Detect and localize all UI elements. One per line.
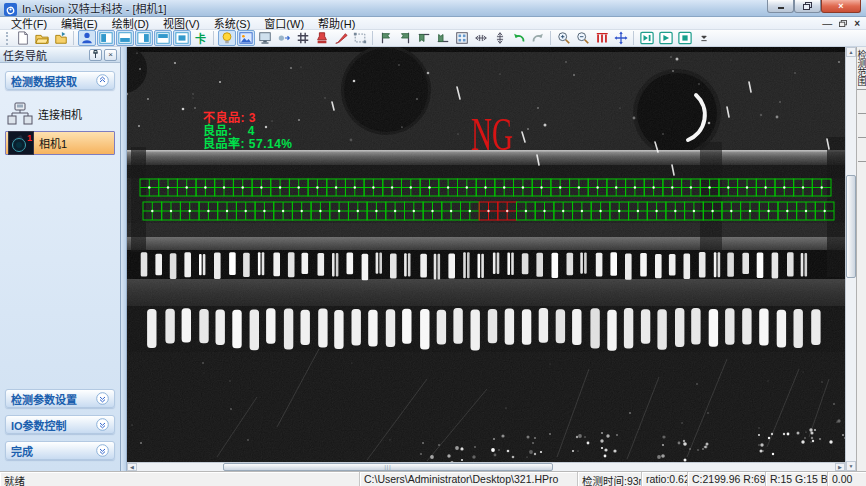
menu-0[interactable]: 文件(F) bbox=[4, 18, 54, 30]
app-window: In-Vision 汉特士科技 - [相机1] × 文件(F)编辑(E)绘制(D… bbox=[0, 0, 866, 486]
status-cell-2: 检测时间:93ms bbox=[578, 472, 642, 486]
camera-image-viewport[interactable]: 不良品: 3良品: 4良品率: 57.14% NG bbox=[127, 47, 845, 462]
group-detect-data[interactable]: 检测数据获取 bbox=[5, 71, 115, 90]
window-view-5-icon[interactable] bbox=[173, 30, 191, 46]
undo-icon[interactable] bbox=[510, 30, 528, 46]
overlay-stat-line: 良品率: 57.14% bbox=[203, 138, 293, 151]
open-folder-icon[interactable] bbox=[33, 30, 51, 46]
window-view-1-icon[interactable] bbox=[97, 30, 115, 46]
redo-icon[interactable] bbox=[529, 30, 547, 46]
inspection-stats-overlay: 不良品: 3良品: 4良品率: 57.14% bbox=[203, 112, 293, 151]
restore-button[interactable] bbox=[794, 0, 821, 13]
image-view-icon[interactable] bbox=[237, 30, 255, 46]
menu-1[interactable]: 编辑(E) bbox=[54, 18, 105, 30]
mdi-minimize-button[interactable]: — bbox=[822, 19, 832, 29]
align-flag-left-icon[interactable] bbox=[377, 30, 395, 46]
chevron-up-icon[interactable] bbox=[96, 74, 109, 87]
task-navigator-title: 任务导航 bbox=[3, 47, 87, 63]
brush-icon[interactable] bbox=[332, 30, 350, 46]
send-image-icon[interactable] bbox=[275, 30, 293, 46]
tab-blank[interactable] bbox=[858, 114, 866, 138]
status-cell-5: R:15 G:15 B:15 bbox=[766, 472, 828, 486]
sidebar-item-label: 连接相机 bbox=[38, 106, 82, 122]
window-view-2-icon[interactable] bbox=[116, 30, 134, 46]
mdi-close-button[interactable]: × bbox=[854, 19, 860, 29]
stamp-icon[interactable] bbox=[313, 30, 331, 46]
menu-3[interactable]: 视图(V) bbox=[156, 18, 207, 30]
scroll-down-icon[interactable]: ▼ bbox=[846, 461, 856, 471]
pan-move-icon[interactable] bbox=[612, 30, 630, 46]
spread-vertical-icon[interactable] bbox=[491, 30, 509, 46]
mdi-restore-button[interactable] bbox=[839, 19, 847, 29]
sidebar-item-connect-camera[interactable]: 连接相机 bbox=[5, 100, 115, 128]
vertical-scrollbar[interactable]: ▲ ▼ bbox=[845, 47, 856, 471]
run-stop-icon[interactable] bbox=[676, 30, 694, 46]
menu-4[interactable]: 系统(S) bbox=[207, 18, 258, 30]
status-cell-6: 0.00 bbox=[828, 472, 866, 486]
sidebar-item-label: 相机1 bbox=[39, 135, 67, 151]
connect-person-icon[interactable] bbox=[78, 30, 96, 46]
menu-5[interactable]: 窗口(W) bbox=[257, 18, 311, 30]
zoom-out-icon[interactable] bbox=[574, 30, 592, 46]
svg-text:1: 1 bbox=[27, 133, 32, 143]
column-measure-icon[interactable] bbox=[593, 30, 611, 46]
toolbar: 卡 bbox=[0, 30, 866, 47]
window-view-3-icon[interactable] bbox=[135, 30, 153, 46]
chevron-down-icon[interactable] bbox=[96, 418, 109, 431]
sidebar-panel-2[interactable]: 完成 bbox=[5, 441, 115, 460]
window-view-4-icon[interactable] bbox=[154, 30, 172, 46]
scroll-up-icon[interactable]: ▲ bbox=[846, 47, 856, 57]
menu-6[interactable]: 帮助(H) bbox=[311, 18, 362, 30]
run-continuous-icon[interactable] bbox=[657, 30, 675, 46]
run-step-icon[interactable] bbox=[638, 30, 656, 46]
monitor-icon[interactable] bbox=[256, 30, 274, 46]
connect-camera-icon bbox=[7, 102, 33, 126]
chevron-down-icon[interactable] bbox=[96, 444, 109, 457]
tab-blank[interactable] bbox=[858, 138, 866, 162]
pin-icon[interactable] bbox=[89, 49, 102, 61]
app-logo-icon bbox=[4, 2, 17, 15]
sidebar-panel-1[interactable]: IO参数控制 bbox=[5, 415, 115, 434]
pixel-grid-icon[interactable] bbox=[294, 30, 312, 46]
tab-blank[interactable] bbox=[858, 90, 866, 114]
menu-bar: 文件(F)编辑(E)绘制(D)视图(V)系统(S)窗口(W)帮助(H) — × bbox=[0, 17, 866, 30]
status-cell-4: C:2199.96 R:697.32 bbox=[688, 472, 766, 486]
ng-result-label: NG bbox=[471, 111, 513, 158]
scroll-right-icon[interactable]: ▶ bbox=[835, 463, 845, 471]
scroll-left-icon[interactable]: ◀ bbox=[127, 463, 137, 471]
camera-icon: 1 bbox=[8, 131, 34, 155]
vertical-scroll-thumb[interactable] bbox=[846, 175, 856, 278]
new-file-icon[interactable] bbox=[14, 30, 32, 46]
align-flag-right-icon[interactable] bbox=[396, 30, 414, 46]
status-cell-3: ratio:0.6296 bbox=[642, 472, 688, 486]
region-frame-icon[interactable] bbox=[351, 30, 369, 46]
minimize-button[interactable] bbox=[767, 0, 794, 13]
task-navigator-panel: 任务导航 × 检测数据获取 连接相机1相机1 检测参数设置IO参数控制完成 bbox=[0, 47, 121, 471]
panel-close-icon[interactable]: × bbox=[104, 49, 117, 61]
right-tab-strip: 检测范围 bbox=[856, 47, 866, 471]
tab-detect-range[interactable]: 检测范围 bbox=[857, 47, 866, 90]
folder-history-icon[interactable] bbox=[52, 30, 70, 46]
status-cell-1: C:\Users\Administrator\Desktop\321.HPro bbox=[360, 472, 578, 486]
menu-2[interactable]: 绘制(D) bbox=[105, 18, 156, 30]
zoom-in-icon[interactable] bbox=[555, 30, 573, 46]
sidebar-panel-0[interactable]: 检测参数设置 bbox=[5, 389, 115, 408]
horizontal-scroll-thumb[interactable]: ||| bbox=[223, 463, 553, 471]
align-flag-bottom-icon[interactable] bbox=[434, 30, 452, 46]
chevron-down-icon[interactable] bbox=[96, 392, 109, 405]
align-flag-top-icon[interactable] bbox=[415, 30, 433, 46]
toolbar-grip[interactable] bbox=[6, 32, 9, 45]
more-dropdown-icon[interactable] bbox=[695, 30, 713, 46]
status-cell-0: 就绪 bbox=[0, 472, 360, 486]
card-tool-icon[interactable]: 卡 bbox=[192, 30, 210, 46]
spread-horizontal-icon[interactable] bbox=[472, 30, 490, 46]
horizontal-scrollbar[interactable]: ◀ ||| ▶ bbox=[127, 462, 845, 471]
status-bar: 就绪C:\Users\Administrator\Desktop\321.HPr… bbox=[0, 471, 866, 486]
sidebar-item-camera1[interactable]: 1相机1 bbox=[5, 131, 115, 155]
close-button[interactable]: × bbox=[821, 0, 861, 13]
distribute-grid-icon[interactable] bbox=[453, 30, 471, 46]
light-bulb-icon[interactable] bbox=[218, 30, 236, 46]
